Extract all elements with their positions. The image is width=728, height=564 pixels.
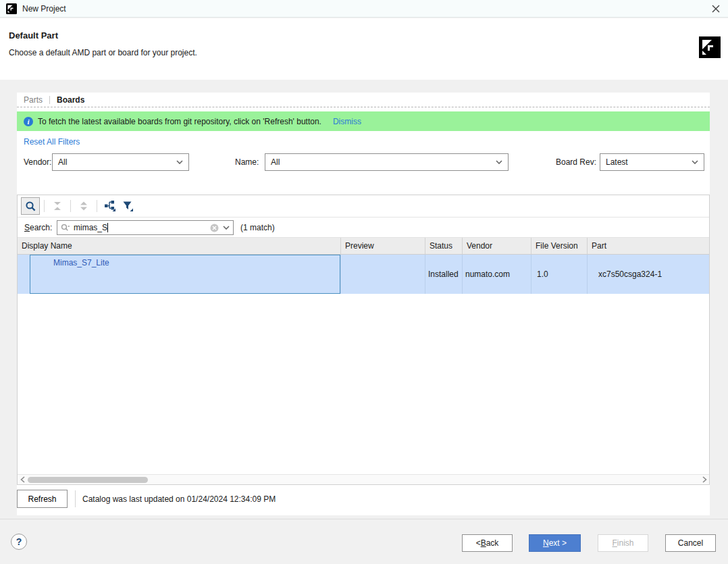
expand-all-button[interactable] xyxy=(75,197,93,215)
tab-parts[interactable]: Parts xyxy=(24,95,43,105)
toolbar-divider xyxy=(70,200,71,212)
group-by-button[interactable] xyxy=(101,197,119,215)
board-name: Mimas_S7_Lite xyxy=(30,255,340,294)
search-row: Search: mimas_S xyxy=(18,217,709,238)
dismiss-link[interactable]: Dismiss xyxy=(333,117,361,126)
scroll-left-icon[interactable] xyxy=(18,475,27,484)
tab-divider xyxy=(49,96,50,104)
expand-all-icon xyxy=(78,201,89,211)
column-header-preview[interactable]: Preview xyxy=(341,238,425,255)
info-message: To fetch the latest available boards fro… xyxy=(38,117,321,126)
help-button[interactable]: ? xyxy=(11,534,27,550)
name-label: Name: xyxy=(235,153,259,171)
boards-table-panel: Search: mimas_S xyxy=(17,195,710,485)
collapse-all-icon xyxy=(52,201,63,211)
close-icon[interactable] xyxy=(710,3,722,15)
search-field-icon xyxy=(61,224,70,232)
table-header: Display Name Preview Status Vendor File … xyxy=(18,238,709,255)
search-input[interactable]: mimas_S xyxy=(57,220,234,235)
name-value: All xyxy=(271,157,280,167)
vendor-value: All xyxy=(58,157,67,167)
info-banner: To fetch the latest available boards fro… xyxy=(17,111,710,131)
name-select[interactable]: All xyxy=(265,153,509,171)
content-panel: Parts Boards To fetch the latest availab… xyxy=(17,93,710,515)
cell-file-version: 1.0 xyxy=(531,255,588,294)
board-rev-label: Board Rev: xyxy=(556,153,596,171)
column-header-display-name[interactable]: Display Name xyxy=(18,238,341,255)
catalog-status-text: Catalog was last updated on 01/24/2024 1… xyxy=(82,494,276,504)
title-bar: New Project xyxy=(0,0,728,18)
text-caret xyxy=(107,223,108,232)
table-toolbar xyxy=(18,195,709,217)
toolbar-divider xyxy=(97,200,97,212)
catalog-row: Refresh Catalog was last updated on 01/2… xyxy=(17,490,276,508)
search-value: mimas_S xyxy=(74,223,107,232)
cell-status: Installed xyxy=(425,255,463,294)
board-rev-value: Latest xyxy=(606,157,628,167)
reset-all-filters-link[interactable]: Reset All Filters xyxy=(24,137,80,147)
search-icon xyxy=(25,201,36,212)
refresh-button[interactable]: Refresh xyxy=(17,490,68,508)
chevron-down-icon xyxy=(176,160,183,164)
tab-boards[interactable]: Boards xyxy=(57,95,84,105)
page-subtitle: Choose a default AMD part or board for y… xyxy=(9,48,197,57)
cell-preview xyxy=(341,255,425,294)
scroll-right-icon[interactable] xyxy=(700,475,709,484)
app-logo-icon xyxy=(6,3,17,14)
cancel-button[interactable]: Cancel xyxy=(665,534,716,552)
table-row[interactable]: Mimas_S7_Lite Installed numato.com 1.0 x… xyxy=(18,255,709,294)
horizontal-scrollbar[interactable] xyxy=(18,474,709,484)
group-by-icon xyxy=(104,200,116,212)
filter-icon xyxy=(122,200,134,212)
clear-search-icon[interactable] xyxy=(210,224,219,232)
column-header-part[interactable]: Part xyxy=(588,238,709,255)
vendor-select[interactable]: All xyxy=(52,153,189,171)
cell-part: xc7s50csga324-1 xyxy=(588,255,709,294)
finish-button: Finish xyxy=(598,534,648,552)
divider xyxy=(75,490,76,507)
cell-display-name: Mimas_S7_Lite xyxy=(18,255,341,294)
scrollbar-thumb[interactable] xyxy=(28,477,148,483)
filter-button[interactable] xyxy=(119,197,136,215)
footer-bar: ? < Back Next > Finish Cancel xyxy=(0,519,728,564)
column-header-file-version[interactable]: File Version xyxy=(531,238,588,255)
search-label: Search: xyxy=(24,223,52,232)
info-icon xyxy=(24,117,33,126)
cell-vendor: numato.com xyxy=(463,255,531,294)
search-toggle-button[interactable] xyxy=(21,197,40,215)
chevron-down-icon xyxy=(692,160,698,164)
tab-bar: Parts Boards xyxy=(17,93,710,107)
wizard-header: Default Part Choose a default AMD part o… xyxy=(0,18,728,80)
question-icon: ? xyxy=(16,536,22,547)
board-rev-select[interactable]: Latest xyxy=(600,153,704,171)
chevron-down-icon xyxy=(496,160,502,164)
collapse-all-button[interactable] xyxy=(49,197,66,215)
page-title: Default Part xyxy=(9,30,58,41)
filter-row: Vendor: All Name: All Board Rev: Latest xyxy=(17,153,710,171)
vendor-label: Vendor: xyxy=(24,153,51,171)
toolbar-divider xyxy=(44,200,45,212)
match-count: (1 match) xyxy=(240,217,275,238)
search-history-chevron-icon[interactable] xyxy=(223,226,230,230)
amd-logo-icon xyxy=(699,36,721,58)
column-header-status[interactable]: Status xyxy=(425,238,463,255)
next-button[interactable]: Next > xyxy=(529,534,581,552)
column-header-vendor[interactable]: Vendor xyxy=(463,238,531,255)
back-button[interactable]: < Back xyxy=(462,534,513,552)
window-title: New Project xyxy=(22,4,66,14)
